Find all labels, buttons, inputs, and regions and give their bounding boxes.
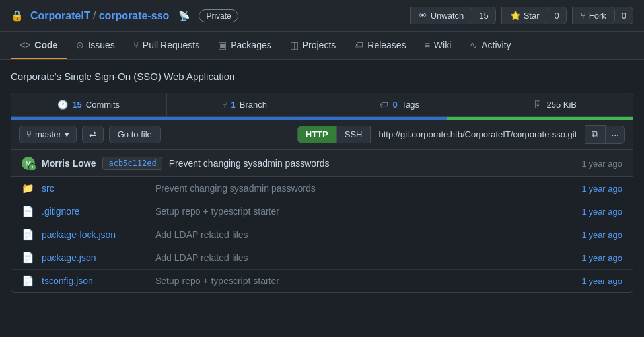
fork-count: 0	[615, 7, 633, 24]
file-commit-message: Add LDAP related files	[155, 252, 574, 263]
file-rows-container: 📁srcPrevent changing sysadmin passwords1…	[11, 177, 633, 292]
tab-packages-label: Packages	[231, 40, 271, 50]
commit-message: Prevent changing sysadmin passwords	[169, 158, 330, 168]
unwatch-label: Unwatch	[431, 11, 464, 20]
file-toolbar: ⑂ master ▾ ⇄ Go to file HTTP SSH http://…	[11, 120, 633, 150]
progress-blue	[11, 117, 447, 120]
tab-wiki[interactable]: ≡ Wiki	[415, 32, 461, 59]
tab-projects-label: Projects	[303, 40, 336, 50]
star-button[interactable]: ⭐ Star	[501, 7, 548, 24]
fork-label: Fork	[589, 11, 606, 20]
file-commit-message: Setup repo + typescript starter	[155, 206, 574, 217]
tab-code[interactable]: <> Code	[11, 32, 67, 59]
tab-projects[interactable]: ◫ Projects	[281, 32, 345, 59]
branches-stat[interactable]: ⑂ 1 Branch	[167, 93, 323, 116]
file-time: 1 year ago	[582, 253, 622, 263]
table-row: 📄package.jsonAdd LDAP related files1 yea…	[11, 246, 633, 270]
unwatch-group: 👁 Unwatch 15	[410, 7, 496, 24]
table-row: 📁srcPrevent changing sysadmin passwords1…	[11, 177, 633, 200]
repo-description: Corporate's Single Sign-On (SSO) Web App…	[11, 71, 633, 82]
more-options-button[interactable]: ···	[606, 126, 625, 144]
clone-url: http://git.corporate.htb/CorporateIT/cor…	[371, 126, 585, 143]
wiki-icon: ≡	[425, 40, 430, 50]
file-name[interactable]: .gitignore	[42, 206, 147, 217]
repo-separator: /	[93, 9, 96, 22]
unwatch-count: 15	[472, 7, 495, 24]
star-label: Star	[524, 11, 540, 20]
file-time: 1 year ago	[582, 207, 622, 217]
goto-file-button[interactable]: Go to file	[109, 126, 161, 143]
file-time: 1 year ago	[582, 276, 622, 286]
star-group: ⭐ Star 0	[501, 7, 567, 24]
tab-packages[interactable]: ▣ Packages	[209, 32, 280, 59]
unwatch-button[interactable]: 👁 Unwatch	[410, 7, 473, 24]
branches-label: Branch	[240, 100, 267, 110]
branches-count: 1	[231, 100, 236, 110]
ssh-button[interactable]: SSH	[337, 126, 371, 143]
sync-icon: ⇄	[89, 130, 96, 139]
folder-icon: 📁	[22, 182, 34, 194]
tab-code-label: Code	[34, 40, 57, 50]
tab-issues-label: Issues	[88, 40, 114, 50]
commits-label: Commits	[86, 100, 120, 110]
repo-nav: <> Code ⊙ Issues ⑂ Pull Requests ▣ Packa…	[0, 32, 644, 60]
file-icon: 📄	[22, 252, 34, 264]
file-name[interactable]: src	[42, 183, 147, 194]
rss-icon: 📡	[178, 11, 190, 21]
releases-icon: 🏷	[354, 40, 363, 50]
tab-pull-requests[interactable]: ⑂ Pull Requests	[124, 32, 209, 59]
tags-stat[interactable]: 🏷 0 Tags	[322, 93, 478, 116]
file-time: 1 year ago	[582, 230, 622, 240]
lock-icon: 🔒	[11, 9, 24, 22]
repo-path: CorporateIT / corporate-sso	[30, 9, 169, 22]
pr-icon: ⑂	[133, 40, 139, 50]
repo-name-link[interactable]: corporate-sso	[99, 10, 170, 22]
commit-author[interactable]: Morris Lowe	[42, 158, 96, 168]
chevron-down-icon: ▾	[65, 130, 69, 139]
sync-button[interactable]: ⇄	[82, 126, 104, 143]
http-button[interactable]: HTTP	[297, 126, 337, 143]
table-row: 📄.gitignoreSetup repo + typescript start…	[11, 200, 633, 223]
tab-issues[interactable]: ⊙ Issues	[67, 32, 124, 59]
copy-icon: ⧉	[592, 129, 598, 139]
branch-icon: ⑂	[26, 130, 32, 139]
star-icon: ⭐	[510, 11, 520, 20]
repo-size: 255 KiB	[546, 100, 577, 110]
fork-icon: ⑂	[581, 11, 586, 20]
commit-time: 1 year ago	[582, 159, 622, 168]
tab-releases-label: Releases	[367, 40, 406, 50]
branch-selector[interactable]: ⑂ master ▾	[19, 126, 77, 143]
tags-count: 0	[392, 100, 397, 110]
fork-group: ⑂ Fork 0	[572, 7, 633, 24]
stats-bar: 🕐 15 Commits ⑂ 1 Branch 🏷 0 Tags 🗄 255 K…	[11, 93, 633, 117]
activity-icon: ∿	[470, 40, 478, 50]
commits-count: 15	[72, 100, 81, 110]
code-icon: <>	[20, 40, 30, 50]
branch-name: master	[35, 130, 61, 139]
file-name[interactable]: tsconfig.json	[42, 276, 147, 286]
tab-activity[interactable]: ∿ Activity	[460, 32, 520, 59]
table-row: 📄tsconfig.jsonSetup repo + typescript st…	[11, 270, 633, 292]
clone-area: HTTP SSH http://git.corporate.htb/Corpor…	[297, 125, 625, 144]
file-name[interactable]: package-lock.json	[42, 229, 147, 240]
tab-wiki-label: Wiki	[434, 40, 451, 50]
main-content: Corporate's Single Sign-On (SSO) Web App…	[0, 60, 644, 303]
tab-releases[interactable]: 🏷 Releases	[345, 32, 415, 59]
ellipsis-icon: ···	[611, 130, 619, 140]
projects-icon: ◫	[290, 40, 299, 50]
header-actions: 👁 Unwatch 15 ⭐ Star 0 ⑂ Fork 0	[405, 7, 633, 24]
fork-button[interactable]: ⑂ Fork	[572, 7, 615, 24]
tab-pr-label: Pull Requests	[143, 40, 199, 50]
progress-green	[447, 117, 633, 120]
file-commit-message: Setup repo + typescript starter	[155, 276, 574, 286]
commits-stat[interactable]: 🕐 15 Commits	[11, 93, 167, 116]
file-commit-message: Add LDAP related files	[155, 229, 574, 240]
commit-hash[interactable]: acb5c112ed	[102, 157, 162, 170]
file-time: 1 year ago	[582, 184, 622, 194]
language-progress-bar	[11, 117, 633, 120]
tags-icon: 🏷	[380, 100, 388, 110]
repo-owner-link[interactable]: CorporateIT	[30, 10, 90, 22]
file-name[interactable]: package.json	[42, 252, 147, 263]
copy-url-button[interactable]: ⧉	[585, 125, 606, 144]
star-count: 0	[548, 7, 567, 24]
